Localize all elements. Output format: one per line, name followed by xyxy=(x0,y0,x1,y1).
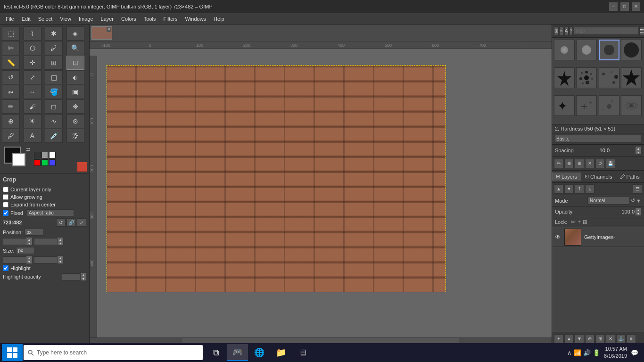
brush-edit-icon[interactable]: ✏ xyxy=(554,159,563,168)
pos-y-up[interactable]: ▲ xyxy=(58,238,63,241)
layer-move-down-icon[interactable]: ⤓ xyxy=(585,184,594,194)
tool-align[interactable]: ⊞ xyxy=(45,56,63,70)
fixed-checkbox[interactable] xyxy=(3,210,8,216)
brush-item-6[interactable] xyxy=(576,67,597,88)
layer-merge-icon[interactable]: ⊞ xyxy=(595,334,605,344)
brush-item-3[interactable] xyxy=(599,40,619,60)
brush-refresh-icon[interactable]: ↺ xyxy=(595,159,605,168)
expand-from-center-checkbox[interactable] xyxy=(3,202,8,207)
size-link-icon[interactable]: 🔗 xyxy=(66,218,76,227)
tool-ink[interactable]: 🖋 xyxy=(2,129,20,143)
layer-move-down-btn-icon[interactable]: ▼ xyxy=(575,334,584,344)
brush-save-icon[interactable]: 💾 xyxy=(606,159,615,168)
lock-position-icon[interactable]: + xyxy=(578,219,581,225)
tab-paths[interactable]: 🖊 Paths xyxy=(616,173,644,181)
swatch-black[interactable] xyxy=(34,152,41,158)
position-unit-select[interactable]: px mm cm xyxy=(25,229,43,236)
opacity-down[interactable]: ▼ xyxy=(636,212,641,215)
menu-windows[interactable]: Windows xyxy=(181,15,210,23)
notification-icon[interactable]: 💬 xyxy=(631,349,638,356)
brush-item-4[interactable] xyxy=(621,40,642,60)
brush-item-10[interactable]: + + xyxy=(576,95,597,116)
tool-paths[interactable]: 🖊 xyxy=(45,41,63,55)
pos-x-down[interactable]: ▼ xyxy=(26,241,32,245)
layer-move-up-icon[interactable]: ⤒ xyxy=(575,184,584,194)
menu-filters[interactable]: Filters xyxy=(160,15,182,23)
pos-x-input[interactable]: -75 xyxy=(3,238,26,245)
highlight-opacity-down[interactable]: ▼ xyxy=(81,277,86,280)
menu-select[interactable]: Select xyxy=(34,15,57,23)
minimize-button[interactable]: – xyxy=(609,2,618,11)
layer-flatten-icon[interactable]: ≡ xyxy=(627,334,636,344)
brush-settings-icon[interactable]: ☰ xyxy=(639,26,644,36)
size-x-up[interactable]: ▲ xyxy=(26,256,32,260)
spacing-up[interactable]: ▲ xyxy=(636,147,641,150)
background-color[interactable] xyxy=(12,153,25,166)
pos-y-input[interactable]: 109 xyxy=(34,238,58,245)
layer-visibility-icon[interactable]: 👁 xyxy=(554,233,561,241)
menu-help[interactable]: Help xyxy=(210,15,228,23)
menu-edit[interactable]: Edit xyxy=(18,15,34,23)
tool-select-by-color[interactable]: ◈ xyxy=(66,26,84,41)
tool-crop[interactable]: ⊡ xyxy=(66,56,84,70)
tab-channels[interactable]: ⊡ Channels xyxy=(581,173,616,181)
brush-item-12[interactable] xyxy=(621,95,642,116)
brush-item-5[interactable] xyxy=(554,67,575,88)
size-expand-icon[interactable]: ⤢ xyxy=(77,218,86,227)
tool-smudge[interactable]: ∿ xyxy=(45,114,63,128)
canvas-image[interactable] xyxy=(107,65,446,292)
menu-tools[interactable]: Tools xyxy=(140,15,160,23)
size-y-up[interactable]: ▲ xyxy=(58,256,63,260)
menu-layer[interactable]: Layer xyxy=(97,15,118,23)
mode-down-icon[interactable]: ▼ xyxy=(636,198,641,204)
menu-colors[interactable]: Colors xyxy=(117,15,140,23)
brush-duplicate-icon[interactable]: ⊕ xyxy=(564,159,574,168)
tool-erase[interactable]: ◻ xyxy=(45,99,63,114)
brush-item-7[interactable] xyxy=(599,67,619,88)
tool-clone[interactable]: ❋ xyxy=(66,99,84,114)
tool-color-picker[interactable]: 💉 xyxy=(45,129,63,143)
brush-item-11[interactable] xyxy=(599,95,619,116)
layer-move-up-btn-icon[interactable]: ▲ xyxy=(564,334,574,344)
brush-category-select[interactable]: Basic, All My favorites xyxy=(555,135,641,143)
brush-copy-icon[interactable]: ⊞ xyxy=(575,159,584,168)
taskbar-gimp-icon[interactable]: 🎮 xyxy=(227,344,248,361)
swatch-white[interactable] xyxy=(49,152,56,158)
brush-view-details-icon[interactable]: A xyxy=(564,26,569,36)
close-thumbnail-icon[interactable]: ✕ xyxy=(107,27,111,32)
size-reset-icon[interactable]: ↺ xyxy=(56,218,66,227)
brush-view-grid-icon[interactable]: ⊞ xyxy=(554,26,559,36)
layers-expand-icon[interactable]: ☰ xyxy=(633,184,642,194)
size-x-input[interactable]: 0 xyxy=(3,256,26,263)
layer-duplicate-icon[interactable]: ⊕ xyxy=(585,334,594,344)
swatch-gray[interactable] xyxy=(41,152,48,158)
menu-image[interactable]: Image xyxy=(75,15,97,23)
tool-shear[interactable]: ◱ xyxy=(45,70,63,84)
layer-down-icon[interactable]: ▼ xyxy=(564,184,574,194)
taskbar-search[interactable]: Type here to search xyxy=(24,345,203,360)
tab-layers[interactable]: ⊞ Layers xyxy=(552,173,581,181)
lock-pixels-icon[interactable]: ✏ xyxy=(571,219,576,225)
tool-warp[interactable]: ↭ xyxy=(2,85,20,99)
tray-battery-icon[interactable]: 🔋 xyxy=(593,349,600,356)
brush-help-icon[interactable]: ? xyxy=(570,26,573,36)
brush-item-8[interactable] xyxy=(621,67,642,88)
tool-free-selection[interactable]: ⌇ xyxy=(24,26,41,41)
highlight-opacity-up[interactable]: ▲ xyxy=(81,273,86,277)
datetime[interactable]: 10:57 AM 8/16/2019 xyxy=(604,346,627,360)
tool-move[interactable]: ✛ xyxy=(24,56,41,70)
mode-refresh-icon[interactable]: ↺ xyxy=(631,197,635,204)
tool-flip[interactable]: ↔ xyxy=(24,85,41,99)
tool-bucket-fill[interactable]: 🪣 xyxy=(45,85,63,99)
layer-anchor-icon[interactable]: ⚓ xyxy=(616,334,626,344)
size-y-input[interactable]: 0 xyxy=(34,256,58,263)
current-layer-only-checkbox[interactable] xyxy=(3,187,8,192)
taskbar-app4-icon[interactable]: 🖥 xyxy=(292,344,313,361)
size-x-down[interactable]: ▼ xyxy=(26,260,32,263)
fixed-select[interactable]: Aspect ratio Fixed width Fixed height Fi… xyxy=(27,209,74,216)
swap-colors-icon[interactable]: ⇄ xyxy=(26,147,30,153)
brush-delete-icon[interactable]: ✕ xyxy=(585,159,594,168)
taskbar-browser-icon[interactable]: 🌐 xyxy=(249,344,270,361)
highlight-checkbox[interactable] xyxy=(3,265,8,271)
tool-measure[interactable]: 📏 xyxy=(2,56,20,70)
